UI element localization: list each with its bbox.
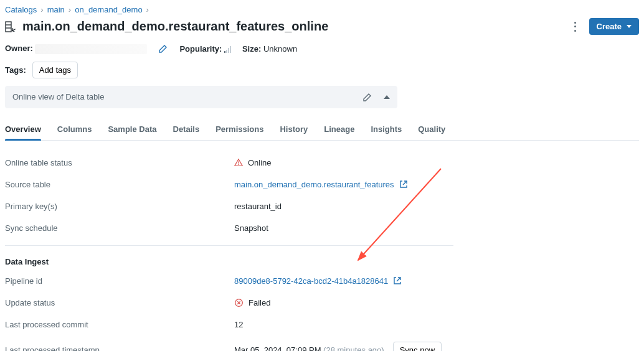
last-timestamp-relative: (28 minutes ago)	[323, 345, 384, 351]
breadcrumb-schema[interactable]: on_demand_demo	[75, 5, 142, 14]
svg-rect-0	[6, 22, 11, 32]
online-status-label: Online table status	[5, 158, 234, 167]
sync-schedule-label: Sync schedule	[5, 223, 234, 233]
warning-triangle-icon	[234, 158, 243, 167]
external-link-icon[interactable]	[393, 276, 402, 285]
chevron-right-icon: ›	[40, 5, 43, 14]
pipeline-id-link[interactable]: 89009de8-5792-42ca-bcd2-41b4a1828641	[234, 276, 388, 286]
size-value: Unknown	[263, 44, 297, 54]
breadcrumb: Catalogs › main › on_demand_demo ›	[5, 5, 639, 14]
svg-line-5	[403, 181, 407, 185]
create-button[interactable]: Create	[589, 18, 639, 35]
owner-value-redacted	[35, 44, 147, 54]
tab-overview[interactable]: Overview	[5, 119, 41, 140]
breadcrumb-catalogs[interactable]: Catalogs	[5, 5, 37, 14]
popularity-label: Popularity:	[179, 44, 222, 54]
online-status-value: Online	[248, 158, 272, 167]
tab-history[interactable]: History	[280, 119, 308, 140]
chevron-right-icon: ›	[69, 5, 71, 14]
svg-point-4	[238, 164, 239, 166]
sync-schedule-value: Snapshot	[234, 223, 268, 233]
tabs: Overview Columns Sample Data Details Per…	[5, 119, 639, 141]
description-bar: Online view of Delta table	[5, 86, 397, 108]
collapse-description-icon[interactable]	[384, 95, 390, 99]
last-commit-value: 12	[234, 320, 243, 329]
page-title: main.on_demand_demo.restaurant_features_…	[22, 19, 328, 34]
edit-owner-icon[interactable]	[158, 44, 168, 54]
sync-now-button[interactable]: Sync now	[393, 342, 442, 351]
tags-label: Tags:	[5, 65, 26, 75]
description-text: Online view of Delta table	[12, 92, 104, 101]
data-ingest-heading: Data Ingest	[5, 257, 639, 266]
kebab-menu-icon[interactable]	[571, 22, 580, 32]
external-link-icon[interactable]	[399, 180, 408, 189]
pipeline-id-label: Pipeline id	[5, 276, 234, 286]
tab-insights[interactable]: Insights	[371, 119, 402, 140]
primary-key-label: Primary key(s)	[5, 202, 234, 211]
edit-description-icon[interactable]	[362, 92, 372, 102]
size-label: Size:	[242, 44, 261, 54]
tab-details[interactable]: Details	[173, 119, 200, 140]
divider	[5, 245, 453, 246]
source-table-link[interactable]: main.on_demand_demo.restaurant_features	[234, 180, 394, 189]
svg-line-6	[397, 278, 400, 281]
create-button-label: Create	[597, 22, 622, 31]
online-table-icon	[5, 21, 16, 32]
last-timestamp-value: Mar 05, 2024, 07:09 PM	[234, 345, 321, 351]
tab-sample-data[interactable]: Sample Data	[108, 119, 156, 140]
owner-label: Owner:	[5, 44, 33, 53]
last-timestamp-label: Last processed timestamp	[5, 345, 234, 351]
chevron-down-icon	[627, 25, 632, 28]
primary-key-value: restaurant_id	[234, 202, 282, 211]
chevron-right-icon: ›	[146, 5, 149, 14]
update-status-value: Failed	[249, 298, 270, 307]
tab-permissions[interactable]: Permissions	[215, 119, 263, 140]
breadcrumb-main[interactable]: main	[47, 5, 65, 14]
update-status-label: Update status	[5, 298, 234, 307]
tab-lineage[interactable]: Lineage	[324, 119, 354, 140]
tab-quality[interactable]: Quality	[418, 119, 445, 140]
last-commit-label: Last processed commit	[5, 320, 234, 329]
tab-columns[interactable]: Columns	[57, 119, 92, 140]
popularity-bars-icon	[224, 46, 231, 53]
source-table-label: Source table	[5, 180, 234, 189]
failed-status-icon	[234, 298, 244, 307]
add-tags-button[interactable]: Add tags	[32, 62, 78, 78]
